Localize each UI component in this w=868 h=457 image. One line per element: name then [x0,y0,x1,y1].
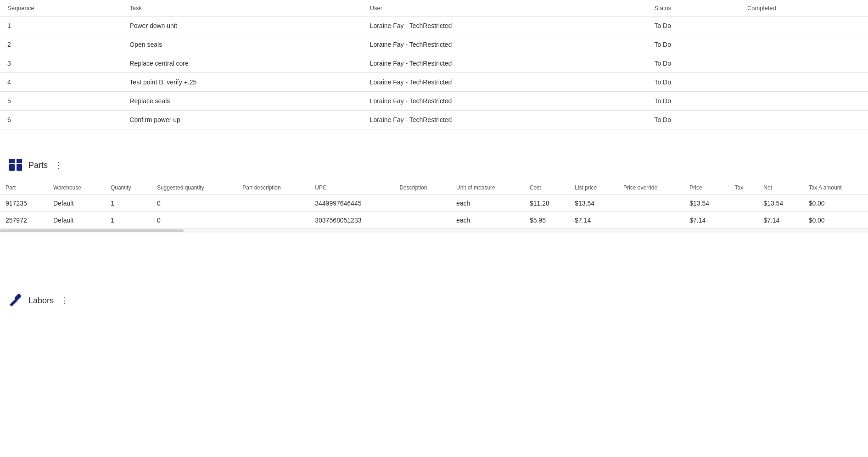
task-row: 1 Power down unit Loraine Fay - TechRest… [0,17,868,35]
part-net: $7.14 [758,212,803,229]
part-suggested-qty: 0 [151,212,237,229]
col-status: Status [647,0,740,17]
task-sequence: 1 [0,17,122,35]
parts-row: 257972 Default 1 0 3037568051233 each $5… [0,212,868,229]
part-quantity: 1 [105,212,151,229]
spacer-1 [0,129,868,148]
col-user: User [363,0,647,17]
task-status: To Do [647,111,740,129]
task-sequence: 6 [0,111,122,129]
task-sequence: 2 [0,35,122,54]
task-user: Loraine Fay - TechRestricted [363,17,647,35]
task-row: 6 Confirm power up Loraine Fay - TechRes… [0,111,868,129]
part-tax [729,195,758,212]
task-sequence: 4 [0,73,122,92]
part-tax [729,212,758,229]
svg-rect-1 [17,164,22,171]
parts-table-scroll[interactable]: Part Warehouse Quantity Suggested quanti… [0,181,868,233]
part-list-price: $13.54 [569,195,618,212]
task-completed [740,111,868,129]
task-name: Test point B, verify +.25 [122,73,362,92]
task-user: Loraine Fay - TechRestricted [363,92,647,111]
part-warehouse: Default [48,195,105,212]
part-desc [394,212,451,229]
task-completed [740,92,868,111]
labors-section: Labors ⋮ [0,269,868,316]
task-name: Confirm power up [122,111,362,129]
parts-row: 917235 Default 1 0 3449997646445 each $1… [0,195,868,212]
part-price-override [618,212,684,229]
part-price: $13.54 [684,195,729,212]
part-suggested-qty: 0 [151,195,237,212]
task-name: Power down unit [122,17,362,35]
task-name: Replace central core [122,54,362,73]
part-upc: 3037568051233 [309,212,394,229]
task-status: To Do [647,73,740,92]
task-name: Open seals [122,35,362,54]
col-sequence: Sequence [0,0,122,17]
part-description [237,212,309,229]
page-container: Sequence Task User Status Completed 1 Po… [0,0,868,457]
task-completed [740,73,868,92]
part-upc: 3449997646445 [309,195,394,212]
parts-col-price-override: Price override [618,181,684,195]
part-uom: each [451,212,524,229]
parts-more-options-button[interactable]: ⋮ [52,159,65,172]
task-row: 4 Test point B, verify +.25 Loraine Fay … [0,73,868,92]
part-warehouse: Default [48,212,105,229]
task-status: To Do [647,17,740,35]
task-user: Loraine Fay - TechRestricted [363,35,647,54]
parts-col-cost: Cost [524,181,569,195]
parts-section-header: Parts ⋮ [0,148,868,181]
part-price-override [618,195,684,212]
part-desc [394,195,451,212]
spacer-3 [0,251,868,269]
parts-scrollbar-thumb [0,229,184,232]
task-completed [740,54,868,73]
part-number: 917235 [0,195,48,212]
parts-col-part-desc: Part description [237,181,309,195]
parts-col-suggested-qty: Suggested quantity [151,181,237,195]
task-sequence: 3 [0,54,122,73]
task-row: 2 Open seals Loraine Fay - TechRestricte… [0,35,868,54]
parts-col-upc: UPC [309,181,394,195]
labors-icon [7,292,24,309]
parts-col-description: Description [394,181,451,195]
part-cost: $5.95 [524,212,569,229]
spacer-2 [0,233,868,251]
tasks-section: Sequence Task User Status Completed 1 Po… [0,0,868,129]
task-status: To Do [647,92,740,111]
parts-col-net: Net [758,181,803,195]
svg-rect-0 [9,164,15,171]
parts-col-uom: Unit of measure [451,181,524,195]
col-task: Task [122,0,362,17]
svg-rect-2 [9,159,15,163]
part-number: 257972 [0,212,48,229]
part-net: $13.54 [758,195,803,212]
tasks-table: Sequence Task User Status Completed 1 Po… [0,0,868,129]
task-user: Loraine Fay - TechRestricted [363,54,647,73]
part-cost: $11.28 [524,195,569,212]
task-row: 3 Replace central core Loraine Fay - Tec… [0,54,868,73]
svg-rect-3 [17,159,22,163]
parts-col-price: Price [684,181,729,195]
task-row: 5 Replace seals Loraine Fay - TechRestri… [0,92,868,111]
part-uom: each [451,195,524,212]
parts-icon [7,157,24,173]
labors-more-options-button[interactable]: ⋮ [58,294,71,307]
task-status: To Do [647,54,740,73]
labors-section-header: Labors ⋮ [0,283,868,316]
part-price: $7.14 [684,212,729,229]
part-description [237,195,309,212]
parts-section: Parts ⋮ Part Warehouse Quantity Suggeste… [0,148,868,233]
parts-title: Parts [28,161,48,170]
part-quantity: 1 [105,195,151,212]
task-status: To Do [647,35,740,54]
part-list-price: $7.14 [569,212,618,229]
task-user: Loraine Fay - TechRestricted [363,73,647,92]
parts-scrollbar[interactable] [0,229,868,233]
task-sequence: 5 [0,92,122,111]
labors-title: Labors [28,296,54,306]
parts-col-tax-a-amount: Tax A amount [803,181,868,195]
parts-col-quantity: Quantity [105,181,151,195]
